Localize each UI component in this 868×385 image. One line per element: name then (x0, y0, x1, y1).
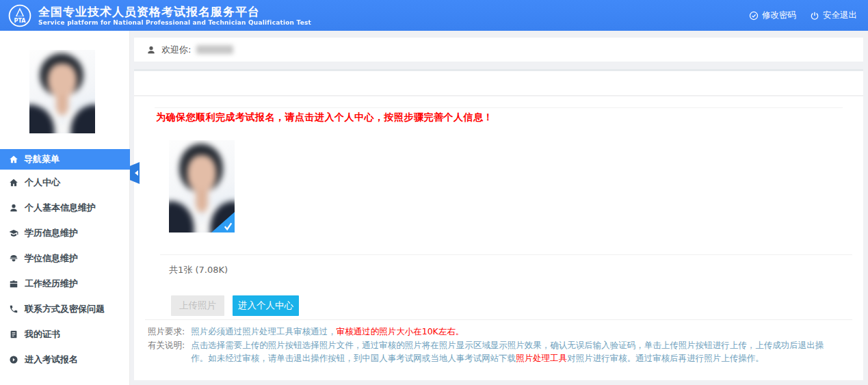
requirement-text-red: 审核通过的照片大小在10K左右。 (337, 326, 464, 336)
sidebar-item-degree-info[interactable]: 学位信息维护 (0, 245, 130, 271)
warning-message: 为确保您顺利完成考试报名，请点击进入个人中心，按照步骤完善个人信息！ (156, 111, 493, 124)
page-subtitle: Service platform for National Profession… (38, 19, 311, 26)
home-icon (9, 155, 18, 164)
menu-item-label: 个人基本信息维护 (25, 202, 96, 214)
logo-text: PTA (14, 17, 27, 23)
welcome-label: 欢迎你: (161, 44, 191, 56)
check-icon (222, 221, 234, 231)
power-icon (810, 11, 819, 21)
sidebar-item-work-history[interactable]: 工作经历维护 (0, 271, 130, 296)
blurred-portrait (29, 50, 95, 133)
menu-item-label: 学历信息维护 (25, 227, 78, 239)
header-actions: 修改密码 安全退出 (749, 10, 857, 21)
enter-personal-center-button[interactable]: 进入个人中心 (233, 295, 299, 316)
instruction-text-part2: 对照片进行审核。通过审核后再进行照片上传操作。 (567, 353, 764, 363)
action-buttons: 上传照片 进入个人中心 (171, 295, 299, 316)
sidebar-item-enter-registration[interactable]: 进入考试报名 (0, 347, 130, 372)
enter-arrow-icon (9, 355, 18, 364)
requirement-text-blue: 照片必须通过照片处理工具审核通过， (191, 326, 337, 336)
sidebar-nav-header[interactable]: 导航菜单 (0, 149, 130, 170)
education-cap-icon (9, 228, 18, 238)
sidebar-item-basic-info[interactable]: 个人基本信息维护 (0, 195, 130, 220)
menu-item-label: 进入考试报名 (25, 354, 78, 366)
user-icon (9, 203, 18, 213)
uploaded-photo-thumbnail (169, 140, 235, 233)
divider (145, 319, 852, 320)
briefcase-icon (9, 279, 18, 289)
logout-label: 安全退出 (823, 10, 857, 21)
welcome-bar: 欢迎你: (134, 38, 863, 62)
photo-count-text: 共1张 (7.08K) (169, 264, 228, 276)
sidebar-menu: 个人中心 个人基本信息维护 学历信息维护 学位信息维护 (0, 170, 130, 372)
phone-icon (9, 304, 18, 314)
divider (160, 254, 852, 255)
instruction-row: 有关说明: 点击选择需要上传的照片按钮选择照片文件，通过审核的照片将在照片显示区… (148, 338, 847, 365)
sidebar-item-education-info[interactable]: 学历信息维护 (0, 220, 130, 245)
menu-item-label: 工作经历维护 (25, 278, 78, 290)
user-icon (146, 45, 156, 55)
photo-requirement-row: 照片要求: 照片必须通过照片处理工具审核通过，审核通过的照片大小在10K左右。 (148, 325, 847, 338)
empty-toolbar-strip (134, 69, 863, 96)
upload-photo-button[interactable]: 上传照片 (171, 295, 224, 316)
blurred-portrait (169, 140, 235, 233)
sidebar-user-photo (29, 50, 95, 133)
nav-header-label: 导航菜单 (24, 153, 60, 165)
sidebar-item-my-certificates[interactable]: 我的证书 (0, 321, 130, 347)
divider (155, 107, 843, 108)
photo-panel-card: 为确保您顺利完成考试报名，请点击进入个人中心，按照步骤完善个人信息！ 共1张 (… (134, 96, 863, 380)
requirement-text: 照片必须通过照片处理工具审核通过，审核通过的照片大小在10K左右。 (191, 325, 464, 338)
menu-item-label: 学位信息维护 (25, 252, 78, 265)
menu-item-label: 联系方式及密保问题 (25, 303, 105, 315)
requirement-label: 照片要求: (148, 325, 185, 338)
page-title: 全国专业技术人员资格考试报名服务平台 (38, 5, 311, 18)
logout-link[interactable]: 安全退出 (810, 10, 857, 21)
degree-cap-icon (9, 254, 18, 263)
sidebar: 导航菜单 个人中心 个人基本信息维护 学历信息维护 (0, 31, 130, 385)
menu-item-label: 个人中心 (25, 176, 60, 189)
pta-logo-icon: PTA (8, 4, 31, 27)
photo-tool-name-red: 照片处理工具 (516, 353, 567, 363)
change-password-label: 修改密码 (762, 10, 796, 21)
photo-notes: 照片要求: 照片必须通过照片处理工具审核通过，审核通过的照片大小在10K左右。 … (148, 325, 847, 365)
change-password-link[interactable]: 修改密码 (749, 10, 796, 21)
chevron-left-icon (132, 170, 138, 176)
menu-item-label: 我的证书 (25, 328, 60, 341)
app-header: PTA 全国专业技术人员资格考试报名服务平台 Service platform … (0, 0, 868, 31)
sidebar-item-personal-center[interactable]: 个人中心 (0, 170, 130, 195)
welcome-user-name-blurred (196, 45, 233, 54)
sidebar-item-contact-security[interactable]: 联系方式及密保问题 (0, 296, 130, 321)
title-block: 全国专业技术人员资格考试报名服务平台 Service platform for … (38, 5, 311, 25)
instruction-text: 点击选择需要上传的照片按钮选择照片文件，通过审核的照片将在照片显示区域显示照片效… (191, 338, 827, 365)
certificate-icon (9, 330, 18, 339)
sidebar-collapse-toggle[interactable] (130, 162, 140, 184)
check-circle-icon (749, 11, 759, 21)
instruction-label: 有关说明: (148, 338, 185, 352)
home-icon (9, 178, 18, 187)
